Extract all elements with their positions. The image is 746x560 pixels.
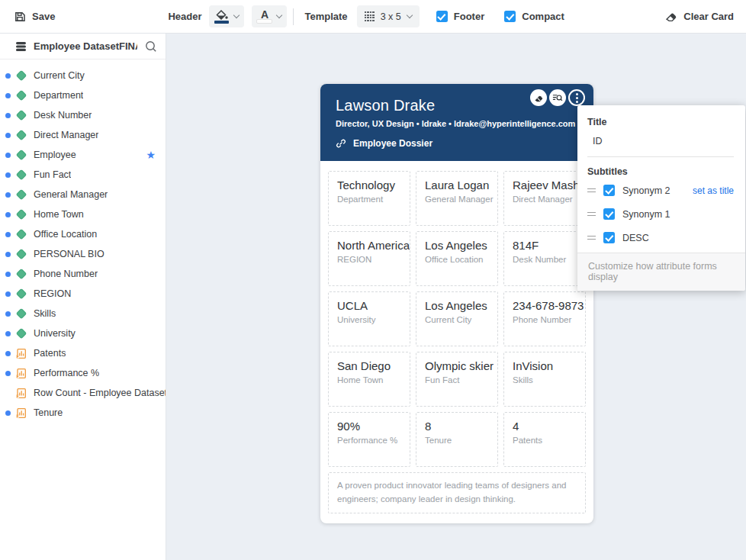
- attribute-icon: [15, 90, 27, 101]
- cell-label: Home Town: [337, 375, 401, 385]
- used-on-card-dot: [5, 73, 11, 79]
- fill-color-swatch: [214, 21, 229, 24]
- cell-value: InVision: [513, 359, 577, 372]
- dataset-name: Employee DatasetFINAL.xl...: [34, 40, 137, 52]
- sidebar-item-label: University: [34, 328, 76, 339]
- attribute-icon: [15, 169, 27, 181]
- subtitle-checkbox[interactable]: [603, 208, 615, 220]
- sidebar-item-label: Office Location: [34, 229, 97, 240]
- popup-divider: [587, 156, 734, 157]
- popup-title-value[interactable]: ID: [593, 136, 734, 146]
- card-cell-current-city[interactable]: Los AngelesCurrent City: [416, 291, 498, 346]
- sidebar-item-fun-fact[interactable]: Fun Fact: [0, 165, 166, 185]
- search-attributes-button[interactable]: [549, 89, 566, 106]
- sidebar-item-region[interactable]: REGION: [0, 284, 166, 304]
- hyper-card-preview[interactable]: Lawson Drake Director, UX Design • ldrak…: [320, 84, 593, 523]
- sidebar-item-employee[interactable]: Employee★: [0, 145, 166, 165]
- card-cell-fun-fact[interactable]: Olympic skierFun Fact: [416, 352, 498, 407]
- cell-label: Tenure: [425, 436, 489, 445]
- card-cell-patents[interactable]: 4Patents: [503, 412, 586, 467]
- cell-label: Department: [337, 195, 401, 204]
- sidebar-item-current-city[interactable]: Current City: [0, 66, 166, 85]
- template-size-value: 3 x 5: [381, 11, 401, 22]
- header-text-color-button[interactable]: A: [252, 5, 287, 27]
- subtitle-checkbox[interactable]: [603, 232, 615, 243]
- cell-value: 90%: [337, 420, 401, 433]
- cell-value: Los Angeles: [425, 239, 489, 252]
- footer-checkbox[interactable]: [436, 11, 448, 22]
- card-link-row[interactable]: Employee Dossier: [336, 138, 578, 149]
- card-cell-performance[interactable]: 90%Performance %: [328, 412, 410, 467]
- used-on-card-dot: [5, 311, 11, 317]
- sidebar-item-office-location[interactable]: Office Location: [0, 224, 166, 244]
- used-on-card-dot: [5, 371, 11, 376]
- card-cell-university[interactable]: UCLAUniversity: [328, 291, 410, 346]
- card-more-menu-button[interactable]: [568, 89, 585, 106]
- card-cell-home-town[interactable]: San DiegoHome Town: [328, 352, 410, 407]
- sidebar-item-skills[interactable]: Skills: [0, 304, 166, 323]
- card-footer-cell[interactable]: A proven product innovator leading teams…: [328, 472, 586, 513]
- set-as-title-link[interactable]: set as title: [693, 185, 734, 196]
- card-cell-department[interactable]: TechnologyDepartment: [328, 171, 410, 226]
- sidebar-item-department[interactable]: Department: [0, 85, 166, 105]
- subtitle-checkbox[interactable]: [603, 185, 615, 196]
- used-on-card-dot: [5, 172, 11, 178]
- card-cell-office-location[interactable]: Los AngelesOffice Location: [416, 231, 498, 286]
- attribute-diamond-icon: [15, 269, 26, 279]
- card-cell-region[interactable]: North AmericaREGION: [328, 231, 410, 286]
- dataset-header: Employee DatasetFINAL.xl...: [0, 34, 166, 60]
- header-fill-color-button[interactable]: [209, 5, 244, 27]
- attribute-icon: [15, 150, 27, 161]
- footer-toggle[interactable]: Footer: [436, 11, 484, 22]
- card-header[interactable]: Lawson Drake Director, UX Design • ldrak…: [320, 84, 593, 161]
- used-on-card-dot: [5, 252, 11, 257]
- sidebar-item-home-town[interactable]: Home Town: [0, 204, 166, 224]
- drag-handle-icon[interactable]: [587, 236, 596, 240]
- used-on-card-dot: [5, 192, 11, 198]
- text-color-icon: A: [261, 10, 268, 19]
- attribute-diamond-icon: [15, 249, 26, 259]
- remove-header-button[interactable]: [530, 89, 547, 106]
- popup-subtitle-rows: Synonym 2set as titleSynonym 1DESC: [587, 180, 734, 248]
- sidebar-item-tenure[interactable]: Tenure: [0, 403, 166, 423]
- card-cell-phone-number[interactable]: 234-678-9873Phone Number: [503, 291, 586, 346]
- card-cell-skills[interactable]: InVisionSkills: [503, 352, 586, 407]
- card-cell-direct-manager[interactable]: Rajeev MashDirect Manager: [503, 171, 586, 226]
- compact-toggle[interactable]: Compact: [504, 11, 564, 22]
- sidebar-item-university[interactable]: University: [0, 323, 166, 343]
- cell-value: Los Angeles: [425, 299, 489, 312]
- card-cell-desk-number[interactable]: 814FDesk Number: [503, 231, 586, 286]
- cell-label: University: [337, 315, 401, 324]
- attribute-icon: [15, 288, 27, 300]
- sidebar-item-direct-manager[interactable]: Direct Manager: [0, 125, 166, 145]
- sidebar-item-general-manager[interactable]: General Manager: [0, 185, 166, 204]
- used-on-card-dot: [5, 113, 11, 118]
- popup-title-label: Title: [587, 117, 734, 127]
- clear-card-button[interactable]: Clear Card: [665, 11, 734, 23]
- used-on-card-dot: [5, 291, 11, 297]
- template-size-select[interactable]: 3 x 5: [357, 5, 420, 27]
- card-cell-tenure[interactable]: 8Tenure: [416, 412, 498, 467]
- metric-icon: [16, 349, 26, 359]
- search-icon[interactable]: [144, 40, 158, 53]
- drag-handle-icon[interactable]: [587, 188, 596, 193]
- card-cell-general-manager[interactable]: Laura LoganGeneral Manager: [416, 171, 498, 226]
- sidebar-item-label: Direct Manager: [34, 130, 98, 140]
- sidebar-item-phone-number[interactable]: Phone Number: [0, 264, 166, 284]
- cell-value: 4: [513, 420, 577, 433]
- sidebar-item-label: Employee: [34, 150, 76, 160]
- eraser-icon: [534, 93, 544, 103]
- compact-checkbox[interactable]: [504, 11, 516, 22]
- subtitle-row-synonym-1: Synonym 1: [587, 204, 734, 224]
- save-button[interactable]: Save: [14, 11, 55, 23]
- filter-search-icon: [552, 92, 563, 103]
- sidebar-item-row-count-employee-dataset[interactable]: Row Count - Employee Dataset...: [0, 383, 166, 403]
- drag-handle-icon[interactable]: [587, 212, 596, 217]
- link-icon: [336, 138, 346, 149]
- favorite-star-icon[interactable]: ★: [146, 150, 156, 160]
- sidebar-item-desk-number[interactable]: Desk Number: [0, 105, 166, 125]
- sidebar-item-label: Current City: [34, 70, 85, 81]
- sidebar-item-personal-bio[interactable]: PERSONAL BIO: [0, 244, 166, 264]
- sidebar-item-performance[interactable]: Performance %: [0, 363, 166, 383]
- sidebar-item-patents[interactable]: Patents: [0, 343, 166, 363]
